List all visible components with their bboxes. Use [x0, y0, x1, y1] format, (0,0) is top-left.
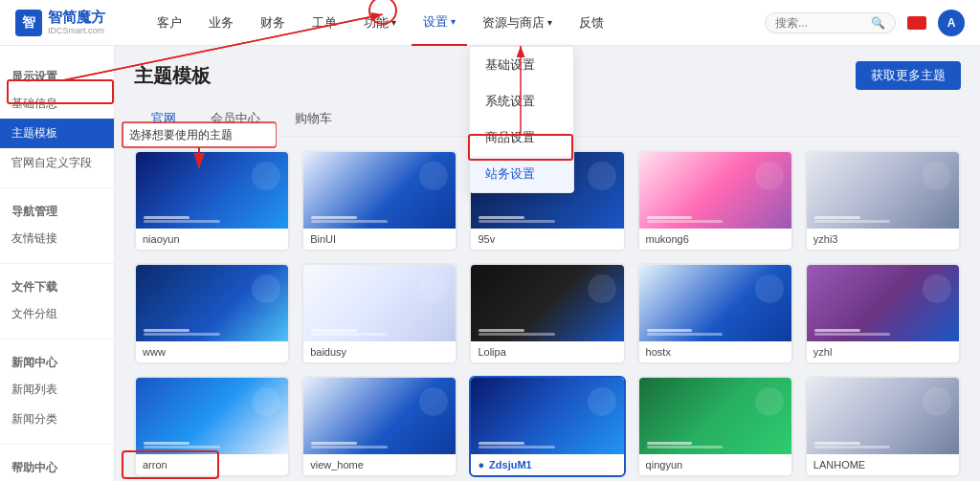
search-icon: 🔍 [871, 16, 885, 30]
nav-item-features[interactable]: 功能▾ [352, 0, 408, 46]
logo-subtitle: IDCSmart.com [48, 26, 105, 35]
get-more-themes-button[interactable]: 获取更多主题 [856, 61, 961, 90]
theme-name: arron [136, 454, 288, 475]
nav-item-resources[interactable]: 资源与商店▾ [471, 0, 564, 46]
sidebar-section-news: 新闻中心 新闻列表 新闻分类 [0, 343, 114, 440]
dropdown-item-basic[interactable]: 基础设置 [470, 47, 573, 83]
tab-member-center[interactable]: 会员中心 [193, 103, 278, 136]
sidebar-section-display: 显示设置 基础信息 主题模板 官网自定义字段 [0, 57, 114, 184]
page-title: 主题模板 [134, 63, 211, 89]
sidebar-section-title-news: 新闻中心 [0, 349, 114, 375]
nav-item-customers[interactable]: 客户 [145, 0, 193, 46]
logo: 智 智简魔方 IDCSmart.com [15, 10, 130, 36]
sidebar-section-files: 文件下载 文件分组 [0, 268, 114, 335]
theme-card[interactable]: qingyun [637, 376, 793, 477]
sidebar-section-title-files: 文件下载 [0, 273, 114, 299]
theme-name: mukong6 [639, 229, 791, 250]
sidebar-item-file-groups[interactable]: 文件分组 [0, 299, 114, 329]
sidebar-section-nav: 导航管理 友情链接 [0, 192, 114, 259]
theme-card[interactable]: niaoyun [134, 150, 290, 251]
theme-card[interactable]: Lolipa [469, 263, 625, 364]
dropdown-item-products[interactable]: 商品设置 [470, 120, 573, 156]
top-nav: 智 智简魔方 IDCSmart.com 客户 业务 财务 工单 功能▾ 设置▾ … [0, 0, 980, 46]
sidebar: 显示设置 基础信息 主题模板 官网自定义字段 导航管理 友情链接 文件下载 文件… [0, 46, 115, 481]
tab-cart[interactable]: 购物车 [278, 103, 349, 136]
logo-title: 智简魔方 [48, 10, 105, 26]
theme-name: BinUI [303, 229, 456, 250]
theme-card[interactable]: hostx [637, 263, 793, 364]
theme-card[interactable]: BinUI [301, 150, 457, 251]
chevron-down-icon: ▾ [547, 17, 552, 28]
theme-name: hostx [639, 341, 791, 362]
theme-card[interactable]: view_home [301, 376, 457, 477]
theme-card[interactable]: yzhi3 [805, 150, 961, 251]
sidebar-section-title-display: 显示设置 [0, 63, 114, 89]
sidebar-item-links[interactable]: 友情链接 [0, 224, 114, 253]
theme-name: view_home [303, 454, 456, 475]
sidebar-item-news-list[interactable]: 新闻列表 [0, 375, 114, 404]
avatar[interactable]: A [938, 10, 965, 36]
nav-item-business[interactable]: 业务 [197, 0, 245, 46]
theme-name: LANHOME [807, 454, 959, 475]
nav-item-feedback[interactable]: 反馈 [568, 0, 615, 46]
theme-name: yzhl [807, 341, 959, 362]
theme-card[interactable]: baidusy [301, 263, 457, 364]
tab-website[interactable]: 官网 [134, 103, 193, 136]
nav-item-settings[interactable]: 设置▾ [412, 0, 467, 46]
sidebar-item-news-category[interactable]: 新闻分类 [0, 404, 114, 434]
theme-name: yzhi3 [807, 229, 959, 250]
search-input[interactable] [775, 16, 871, 30]
dropdown-item-site[interactable]: 站务设置 [470, 156, 573, 192]
nav-item-finance[interactable]: 财务 [249, 0, 297, 46]
theme-name: niaoyun [136, 229, 288, 250]
theme-card[interactable]: ● ZdsjuM1 [469, 376, 625, 477]
nav-item-tickets[interactable]: 工单 [301, 0, 348, 46]
flag-icon [907, 16, 926, 30]
chevron-down-icon: ▾ [451, 16, 456, 27]
theme-name: www [136, 341, 288, 362]
theme-name: ● ZdsjuM1 [471, 454, 623, 475]
theme-name: 95v [471, 229, 623, 250]
theme-card[interactable]: mukong6 [637, 150, 793, 251]
nav-items: 客户 业务 财务 工单 功能▾ 设置▾ 资源与商店▾ 反馈 [145, 0, 765, 46]
theme-name: Lolipa [471, 341, 623, 362]
search-box[interactable]: 🔍 [765, 12, 896, 33]
theme-card[interactable]: arron [134, 376, 290, 477]
nav-right: 🔍 A [765, 10, 965, 36]
dropdown-item-system[interactable]: 系统设置 [470, 83, 573, 120]
theme-card[interactable]: www [134, 263, 290, 364]
theme-name: baidusy [303, 341, 456, 362]
theme-grid: niaoyunBinUI95vmukong6yzhi3wwwbaidusyLol… [134, 150, 961, 481]
sidebar-section-title-help: 帮助中心 [0, 454, 114, 480]
sidebar-item-custom-fields[interactable]: 官网自定义字段 [0, 148, 114, 178]
theme-card[interactable]: yzhl [805, 263, 961, 364]
theme-card[interactable]: LANHOME [805, 376, 961, 477]
sidebar-section-title-nav: 导航管理 [0, 198, 114, 224]
settings-dropdown: 基础设置 系统设置 商品设置 站务设置 [469, 46, 574, 193]
sidebar-item-basic-info[interactable]: 基础信息 [0, 89, 114, 119]
sidebar-item-theme-templates[interactable]: 主题模板 [0, 119, 114, 148]
sidebar-section-help: 帮助中心 帮助列表 帮助分类 [0, 448, 114, 481]
theme-name: qingyun [639, 454, 791, 475]
chevron-down-icon: ▾ [391, 17, 396, 28]
